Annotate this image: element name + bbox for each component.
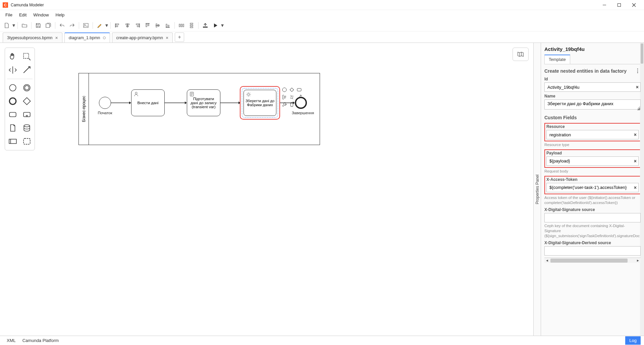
distribute-v-button[interactable] (187, 21, 196, 30)
task-tool[interactable] (7, 109, 18, 120)
color-dropdown[interactable]: ▾ (105, 22, 108, 28)
pad-append-task[interactable] (296, 87, 302, 93)
close-button[interactable] (627, 0, 641, 10)
lasso-tool[interactable] (21, 51, 32, 62)
svg-point-53 (248, 93, 250, 95)
platform-tab[interactable]: Camunda Platform (19, 337, 62, 344)
redo-button[interactable] (67, 21, 77, 30)
service-task-selected[interactable]: Зберегти дані до Фабрики даних (240, 86, 280, 120)
svg-rect-25 (181, 24, 182, 27)
new-file-button[interactable] (2, 21, 11, 30)
pad-append-gateway[interactable] (289, 87, 295, 93)
payload-input[interactable] (546, 156, 639, 166)
svg-rect-22 (166, 24, 167, 27)
token-hint: Access token of the user (${initiator().… (544, 195, 641, 205)
minimap-button[interactable] (513, 48, 529, 61)
minimize-button[interactable] (597, 0, 612, 10)
align-top-button[interactable] (143, 21, 152, 30)
sequence-flow[interactable] (220, 101, 240, 105)
image-button[interactable] (81, 21, 91, 30)
svg-point-48 (135, 92, 137, 94)
tab-0[interactable]: 3typessubprocess.bpmn × (3, 32, 62, 43)
run-dropdown[interactable]: ▾ (221, 22, 224, 28)
id-input[interactable] (544, 82, 641, 92)
token-input[interactable] (546, 183, 639, 192)
svg-rect-17 (148, 24, 149, 26)
menu-window[interactable]: Window (30, 11, 52, 19)
svg-point-32 (9, 84, 16, 91)
log-button[interactable]: Log (625, 336, 641, 345)
tab-2[interactable]: create-app-primary.bpmn × (112, 32, 173, 43)
script-task[interactable]: Підготувати дані до запису (transient va… (187, 89, 220, 116)
menu-edit[interactable]: Edit (16, 11, 30, 19)
resource-input[interactable] (546, 130, 639, 139)
tab-1[interactable]: diagram_1.bpmn (64, 32, 110, 43)
properties-panel-toggle[interactable]: Properties Panel (534, 43, 541, 336)
clear-icon[interactable]: × (634, 185, 637, 190)
svg-rect-8 (116, 26, 118, 27)
new-file-dropdown[interactable]: ▾ (12, 22, 15, 28)
distribute-h-button[interactable] (177, 21, 186, 30)
svg-rect-28 (190, 25, 193, 26)
save-button[interactable] (34, 21, 43, 30)
name-input[interactable] (544, 99, 641, 110)
gear-icon (246, 92, 251, 97)
start-event[interactable] (99, 97, 111, 109)
end-event-tool[interactable] (7, 96, 18, 107)
canvas[interactable]: Бізнес-процес Початок Внести дані Підго (35, 43, 533, 336)
align-center-v-button[interactable] (153, 21, 162, 30)
end-event[interactable] (295, 97, 307, 109)
subprocess-expanded-tool[interactable] (21, 109, 32, 120)
save-all-button[interactable] (44, 21, 53, 30)
bpmn-pool[interactable]: Бізнес-процес Початок Внести дані Підго (78, 73, 320, 145)
space-tool[interactable] (7, 65, 18, 75)
menu-file[interactable]: File (2, 11, 16, 19)
user-icon (133, 91, 139, 97)
open-file-button[interactable] (20, 21, 29, 30)
start-event-tool[interactable] (7, 82, 18, 93)
resize-handle[interactable] (637, 108, 640, 110)
pad-change-type[interactable] (289, 94, 295, 100)
tab-close-icon[interactable]: × (55, 35, 58, 41)
align-center-h-button[interactable] (123, 21, 132, 30)
horizontal-scrollbar[interactable]: ◄► (544, 258, 641, 263)
participant-tool[interactable] (7, 136, 18, 147)
deploy-button[interactable] (201, 21, 210, 30)
align-right-button[interactable] (133, 21, 142, 30)
hand-tool[interactable] (7, 51, 18, 62)
undo-button[interactable] (57, 21, 67, 30)
intermediate-event-tool[interactable] (21, 82, 32, 93)
template-section-title: Create nested entities in data factory ⋮ (544, 68, 641, 74)
clear-icon[interactable]: × (634, 158, 637, 164)
xds-input[interactable] (544, 213, 641, 222)
run-button[interactable] (211, 21, 220, 30)
menu-help[interactable]: Help (52, 11, 68, 19)
pool-label[interactable]: Бізнес-процес (79, 73, 89, 145)
group-tool[interactable] (21, 136, 32, 147)
maximize-button[interactable] (612, 0, 627, 10)
sequence-flow[interactable] (280, 101, 295, 105)
panel-tab-template[interactable]: Template (544, 55, 570, 64)
svg-rect-55 (290, 88, 293, 91)
align-bottom-button[interactable] (163, 21, 172, 30)
menubar: File Edit Window Help (0, 10, 644, 19)
gateway-tool[interactable] (21, 96, 32, 107)
color-button[interactable] (95, 21, 104, 30)
new-tab-button[interactable]: + (175, 32, 184, 42)
pad-annotation[interactable] (281, 94, 287, 100)
tab-close-icon[interactable]: × (166, 35, 168, 41)
data-store-tool[interactable] (21, 123, 32, 133)
resource-hint: Resource type (544, 142, 641, 147)
pad-append-event[interactable] (281, 87, 287, 93)
align-left-button[interactable] (113, 21, 122, 30)
clear-icon[interactable]: × (636, 84, 639, 90)
xdsd-input[interactable] (544, 246, 641, 256)
global-connect-tool[interactable] (21, 65, 32, 75)
sequence-flow[interactable] (165, 101, 187, 105)
user-task[interactable]: Внести дані (131, 89, 165, 116)
clear-icon[interactable]: × (634, 132, 637, 137)
xml-tab[interactable]: XML (3, 337, 19, 344)
data-object-tool[interactable] (7, 123, 18, 133)
sequence-flow[interactable] (111, 101, 131, 105)
xds-label: X-Digital-Signature source (544, 207, 641, 212)
